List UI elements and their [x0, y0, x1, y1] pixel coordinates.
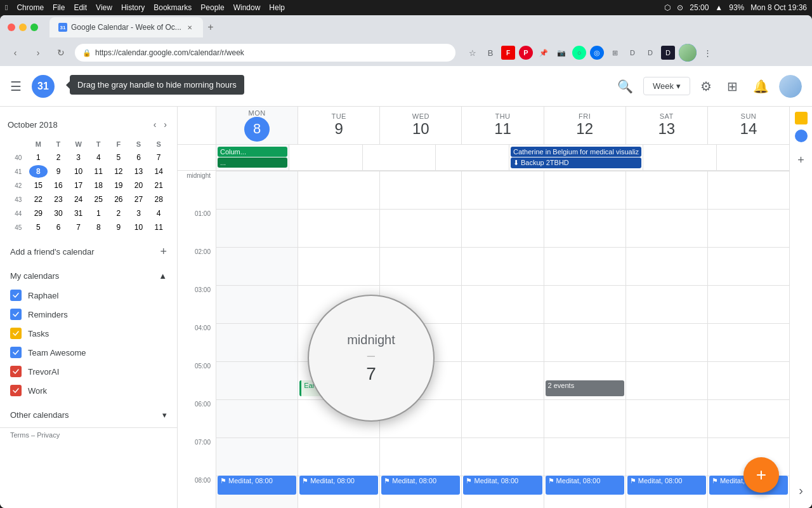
day-header-sat[interactable]: SAT 13	[625, 107, 707, 144]
calendar-day[interactable]: 3	[129, 207, 148, 220]
edit-menu[interactable]: Edit	[74, 3, 87, 12]
calendar-day[interactable]: 13	[129, 165, 148, 178]
calendar-day[interactable]: 5	[109, 151, 128, 164]
calendar-item-tasks[interactable]: Tasks	[0, 324, 177, 343]
event-fri-2events[interactable]: 2 events	[546, 380, 624, 396]
ext7-icon[interactable]: D	[661, 46, 675, 60]
calendar-day[interactable]: 3	[69, 151, 88, 164]
calendar-day[interactable]: 9	[109, 221, 128, 234]
maximize-button[interactable]	[30, 23, 38, 31]
cal-checkbox-reminders[interactable]	[10, 309, 22, 320]
tab-close-button[interactable]: ✕	[185, 23, 194, 32]
calendar-day[interactable]: 31	[69, 207, 88, 220]
minimize-button[interactable]	[19, 23, 27, 31]
ext3-icon[interactable]: ○	[572, 46, 586, 60]
calendar-day[interactable]: 30	[49, 207, 68, 220]
search-icon[interactable]: 🔍	[612, 74, 638, 99]
apps-icon[interactable]: ⊞	[722, 74, 743, 99]
calendar-day[interactable]: 27	[129, 193, 148, 206]
calendar-day[interactable]: 16	[49, 179, 68, 192]
cal-checkbox-team awesome[interactable]	[10, 347, 22, 358]
calendar-day[interactable]: 23	[49, 193, 68, 206]
event-tue-medit[interactable]: ⚑ Meditat, 08:00	[299, 476, 378, 495]
calendar-day[interactable]: 17	[69, 179, 88, 192]
calendar-item-work[interactable]: Work	[0, 381, 177, 400]
calendar-day[interactable]: 14	[149, 165, 168, 178]
window-menu[interactable]: Window	[233, 3, 261, 12]
create-event-fab[interactable]: +	[743, 457, 779, 493]
calendar-day[interactable]: 5	[29, 221, 48, 234]
extensions-toolbar[interactable]: B	[483, 46, 497, 60]
add-event-button[interactable]: +	[794, 152, 809, 168]
back-button[interactable]: ‹	[6, 44, 24, 62]
event-wed-medit[interactable]: ⚑ Meditat, 08:00	[381, 476, 460, 495]
calendar-day[interactable]: 6	[49, 221, 68, 234]
history-menu[interactable]: History	[121, 3, 145, 12]
calendar-day[interactable]: 4	[89, 151, 108, 164]
chrome-menu[interactable]: Chrome	[16, 3, 44, 12]
close-button[interactable]	[8, 23, 15, 31]
event-sat-medit[interactable]: ⚑ Meditat, 08:00	[627, 476, 706, 495]
day-header-sun[interactable]: SUN 14	[707, 107, 789, 144]
add-friend-calendar[interactable]: Add a friend's calendar +	[0, 240, 177, 264]
calendar-day[interactable]: 12	[109, 165, 128, 178]
ext2-icon[interactable]: 📷	[554, 46, 568, 60]
notifications-icon[interactable]: 🔔	[748, 74, 774, 99]
view-menu[interactable]: View	[96, 3, 112, 12]
ext5-icon[interactable]: D	[625, 46, 639, 60]
my-calendars-header[interactable]: My calendars ▲	[0, 266, 177, 286]
apple-menu[interactable]: 	[5, 3, 8, 12]
allday-event-catherine[interactable]: Catherine in Belgium for medical visuali…	[511, 147, 641, 157]
flipboard-icon[interactable]: F	[501, 46, 515, 60]
calendar-day[interactable]: 1	[29, 151, 48, 164]
hamburger-menu-icon[interactable]: ☰	[10, 79, 22, 94]
event-mon-medit[interactable]: ⚑ Meditat, 08:00	[218, 476, 296, 495]
bookmark-star-icon[interactable]: ☆	[466, 46, 480, 60]
new-tab-button[interactable]: +	[203, 20, 218, 35]
calendar-day[interactable]: 10	[69, 165, 88, 178]
week-view-button[interactable]: Week ▾	[643, 77, 690, 95]
calendar-day[interactable]: 20	[129, 179, 148, 192]
cal-checkbox-raphael[interactable]	[10, 290, 22, 301]
calendar-day[interactable]: 6	[129, 151, 148, 164]
calendar-day[interactable]: 21	[149, 179, 168, 192]
calendar-day[interactable]: 29	[29, 207, 48, 220]
profile-icon[interactable]	[679, 44, 697, 62]
calendar-day[interactable]: 28	[149, 193, 168, 206]
calendar-day[interactable]: 19	[109, 179, 128, 192]
calendar-day[interactable]: 2	[109, 207, 128, 220]
user-avatar[interactable]	[779, 75, 802, 98]
event-thu-medit[interactable]: ⚑ Meditat, 08:00	[463, 476, 542, 495]
help-menu[interactable]: Help	[269, 3, 285, 12]
day-header-mon[interactable]: MON 8	[216, 107, 298, 144]
cal-checkbox-tasks[interactable]	[10, 328, 22, 339]
mini-cal-prev-button[interactable]: ‹	[151, 117, 159, 132]
people-menu[interactable]: People	[200, 3, 224, 12]
calendar-day[interactable]: 22	[29, 193, 48, 206]
bookmarks-menu[interactable]: Bookmarks	[154, 3, 192, 12]
cal-checkbox-work[interactable]	[10, 385, 22, 396]
calendar-day[interactable]: 2	[49, 151, 68, 164]
event-fri-medit[interactable]: ⚑ Meditat, 08:00	[546, 476, 624, 495]
forward-button[interactable]: ›	[29, 44, 47, 62]
calendar-day[interactable]: 26	[109, 193, 128, 206]
pocket-icon[interactable]: ⊞	[608, 46, 622, 60]
calendar-item-raphael[interactable]: Raphael	[0, 286, 177, 305]
allday-event-backup[interactable]: ⬇ Backup 2TBHD	[511, 157, 641, 168]
gcal-logo[interactable]: 31	[32, 75, 55, 98]
file-menu[interactable]: File	[53, 3, 65, 12]
day-header-thu[interactable]: THU 11	[461, 107, 543, 144]
pinterest-icon[interactable]: P	[519, 46, 533, 60]
calendar-day[interactable]: 24	[69, 193, 88, 206]
ext6-icon[interactable]: D	[643, 46, 657, 60]
calendar-day[interactable]: 7	[149, 151, 168, 164]
day-header-fri[interactable]: FRI 12	[544, 107, 625, 144]
allday-event-colum[interactable]: Colum...	[218, 147, 287, 157]
calendar-day[interactable]: 18	[89, 179, 108, 192]
calendar-day[interactable]: 11	[149, 221, 168, 234]
url-bar[interactable]: 🔒 https://calendar.google.com/calendar/r…	[75, 44, 455, 62]
allday-event-colum2[interactable]: ...	[218, 157, 287, 168]
calendar-item-reminders[interactable]: Reminders	[0, 305, 177, 324]
calendar-day[interactable]: 8	[89, 221, 108, 234]
side-panel-icon-2[interactable]	[795, 130, 808, 142]
